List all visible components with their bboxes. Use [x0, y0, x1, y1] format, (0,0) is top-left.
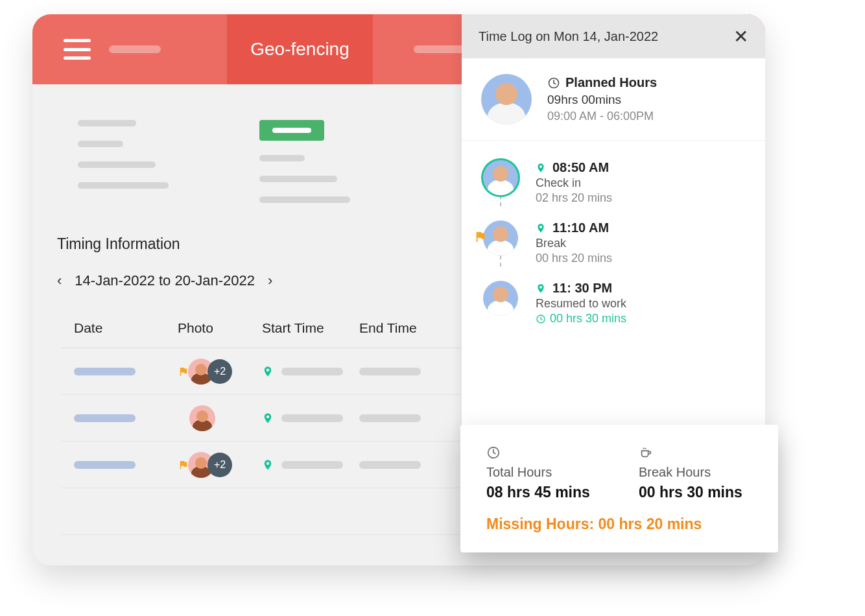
time-placeholder — [359, 461, 421, 469]
time-placeholder — [359, 368, 421, 375]
form-col-left — [78, 120, 169, 203]
more-count-badge[interactable]: +2 — [207, 359, 232, 384]
timeline-time: 11: 30 PM — [552, 281, 612, 296]
form-col-right — [259, 120, 350, 203]
placeholder-line — [78, 161, 156, 168]
avatar[interactable] — [189, 405, 215, 431]
clock-icon — [486, 445, 501, 460]
col-date: Date — [74, 320, 178, 336]
date-range-label: 14-Jan-2022 to 20-Jan-2022 — [75, 272, 255, 289]
cup-icon — [639, 445, 653, 460]
placeholder-line — [78, 182, 169, 189]
more-count-badge[interactable]: +2 — [207, 453, 232, 477]
timeline-label: Break — [536, 237, 746, 250]
placeholder-line — [259, 196, 350, 203]
next-week-icon[interactable]: › — [268, 272, 272, 289]
prev-week-icon[interactable]: ‹ — [57, 272, 62, 289]
break-hours-block: Break Hours 00 hrs 30 mins — [639, 445, 752, 501]
avatar — [483, 220, 518, 255]
date-placeholder — [74, 414, 136, 422]
location-pin-icon — [262, 410, 274, 426]
close-icon[interactable]: ✕ — [733, 26, 748, 47]
timeline-item: 11:10 AM Break 00 hrs 20 mins — [481, 220, 746, 281]
total-hours-label: Total Hours — [486, 465, 600, 480]
planned-label: Planned Hours — [565, 75, 657, 90]
placeholder-line — [259, 155, 305, 161]
location-pin-icon — [536, 282, 546, 295]
clock-icon — [536, 314, 546, 324]
total-hours-block: Total Hours 08 hrs 45 mins — [486, 445, 600, 501]
placeholder-line — [78, 141, 123, 147]
time-placeholder — [281, 461, 343, 469]
location-pin-icon — [262, 457, 274, 473]
time-placeholder — [281, 414, 343, 422]
date-placeholder — [74, 461, 136, 469]
placeholder-line — [78, 120, 136, 126]
timeline-label: Check in — [536, 176, 746, 190]
break-hours-label: Break Hours — [639, 465, 752, 480]
timeline-duration: 00 hrs 30 mins — [536, 312, 746, 326]
planned-hours: 09hrs 00mins — [547, 93, 657, 107]
planned-range: 09:00 AM - 06:00PM — [547, 110, 657, 123]
time-log-panel: Time Log on Mon 14, Jan-2022 ✕ Planned H… — [462, 14, 765, 439]
planned-hours-block: Planned Hours 09hrs 00mins 09:00 AM - 06… — [462, 58, 765, 141]
break-hours-value: 00 hrs 30 mins — [639, 484, 752, 501]
timeline: 08:50 AM Check in 02 hrs 20 mins 11:10 A… — [462, 141, 765, 338]
clock-icon — [547, 77, 560, 89]
timeline-time: 08:50 AM — [552, 160, 609, 175]
timeline-duration: 00 hrs 20 mins — [536, 252, 746, 265]
total-hours-value: 08 hrs 45 mins — [486, 484, 600, 501]
primary-button[interactable] — [259, 120, 324, 141]
time-placeholder — [359, 414, 421, 422]
placeholder-line — [259, 176, 337, 182]
date-placeholder — [74, 368, 136, 375]
missing-hours: Missing Hours: 00 hrs 20 mins — [486, 515, 752, 533]
col-end: End Time — [359, 320, 450, 336]
time-placeholder — [281, 368, 343, 375]
panel-title: Time Log on Mon 14, Jan-2022 — [479, 29, 658, 44]
col-start: Start Time — [262, 320, 359, 336]
avatar — [481, 74, 532, 124]
location-pin-icon — [536, 222, 546, 235]
col-photo: Photo — [178, 320, 262, 336]
timeline-time: 11:10 AM — [552, 220, 609, 235]
tab-placeholder[interactable] — [414, 45, 466, 53]
avatar — [483, 281, 518, 316]
flag-icon — [473, 230, 488, 244]
timeline-connector — [500, 255, 501, 267]
avatar — [483, 160, 518, 195]
tab-geofencing[interactable]: Geo-fencing — [227, 14, 373, 84]
timeline-item: 08:50 AM Check in 02 hrs 20 mins — [481, 160, 746, 220]
panel-header: Time Log on Mon 14, Jan-2022 ✕ — [462, 14, 765, 58]
location-pin-icon — [262, 364, 274, 379]
timeline-label: Resumed to work — [536, 297, 746, 311]
timeline-connector — [500, 195, 501, 206]
timeline-item: 11: 30 PM Resumed to work 00 hrs 30 mins — [481, 281, 746, 326]
location-pin-icon — [536, 161, 546, 174]
tab-placeholder[interactable] — [109, 45, 161, 53]
summary-card: Total Hours 08 hrs 45 mins Break Hours 0… — [460, 425, 778, 552]
hamburger-menu-icon[interactable] — [64, 39, 91, 60]
timeline-duration: 02 hrs 20 mins — [536, 191, 746, 205]
